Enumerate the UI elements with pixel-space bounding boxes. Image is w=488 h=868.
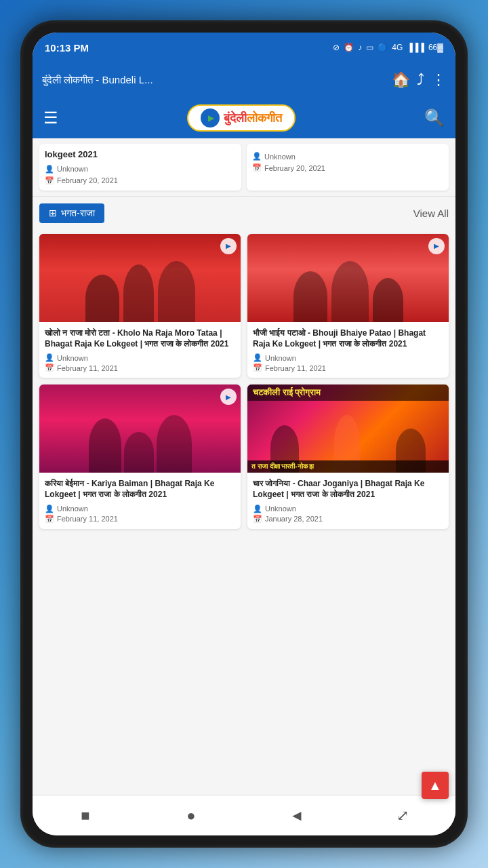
battery-icon: 66▓	[428, 43, 443, 52]
calendar-icon: 📅	[45, 176, 54, 185]
card-1-date: 📅 February 11, 2021	[45, 363, 235, 372]
card-1-title: खोलो न राजा मोरो टता - Kholo Na Raja Mor…	[45, 328, 235, 349]
card-4-author: 👤 Unknown	[253, 505, 443, 513]
cards-grid: ▶ खोलो न राजा मोरो टता - Kholo Na Raja M…	[33, 230, 455, 536]
card-4-body: चार जोगनिया - Chaar Joganiya | Bhagat Ra…	[247, 473, 449, 528]
nav-stop-button[interactable]: ■	[71, 802, 100, 830]
card-2-date: 📅 February 11, 2021	[253, 363, 443, 372]
tiktok-icon: ♪	[358, 43, 362, 52]
view-all-button[interactable]: View All	[413, 208, 449, 219]
card-3-footer: 👤 Unknown 📅 February 11, 2021	[45, 505, 235, 524]
top-cards-row: lokgeet 2021 👤 Unknown 📅 February 20, 20…	[33, 138, 455, 196]
phone-frame: 10:13 PM ⊘ ⏰ ♪ ▭ 🔵 4G ▐▐▐ 66▓ बुंदेली लो…	[20, 20, 468, 848]
overlay-top-text: चटकीली राई प्रोग्राम	[247, 384, 449, 401]
card-3-title: करिया बेईमान - Kariya Baiman | Bhagat Ra…	[45, 478, 235, 500]
card-1-image: ▶	[39, 234, 241, 322]
nav-menu-button[interactable]: ⤢	[388, 802, 417, 830]
card-1-footer: 👤 Unknown 📅 February 11, 2021	[45, 353, 235, 372]
browser-bar: बुंदेली लोकगीत - Bundeli L... 🏠 ⤴ ⋮	[33, 62, 455, 98]
alarm-icon: ⏰	[344, 43, 354, 52]
phone-screen: 10:13 PM ⊘ ⏰ ♪ ▭ 🔵 4G ▐▐▐ 66▓ बुंदेली लो…	[33, 33, 455, 835]
hamburger-menu-icon[interactable]: ☰	[43, 108, 58, 127]
status-time: 10:13 PM	[45, 42, 89, 54]
screen-icon: ▭	[366, 43, 373, 52]
card-1-body: खोलो न राजा मोरो टता - Kholo Na Raja Mor…	[39, 322, 241, 378]
person-icon: 👤	[45, 353, 54, 362]
card-2-body: भौजी भाईय पटाओ - Bhouji Bhaiye Patao | B…	[247, 322, 449, 378]
cal-icon-4: 📅	[253, 515, 262, 524]
person-icon-3: 👤	[45, 505, 54, 513]
card-2-footer: 👤 Unknown 📅 February 11, 2021	[253, 353, 443, 372]
card-1-badge: ▶	[220, 238, 237, 254]
logo-container: बुंदेलीलोकगीत	[66, 104, 416, 132]
list-item[interactable]: चटकीली राई प्रोग्राम त राजा दीक्षा भारती…	[247, 384, 449, 528]
browser-url: बुंदेली लोकगीत - Bundeli L...	[42, 74, 385, 86]
card-3-body: करिया बेईमान - Kariya Baiman | Bhagat Ra…	[39, 473, 241, 528]
section-tag-label: भगत-राजा	[61, 208, 95, 219]
top-card-1-title: lokgeet 2021	[45, 149, 236, 161]
do-not-disturb-icon: ⊘	[333, 43, 340, 52]
nav-home-button[interactable]: ●	[177, 802, 205, 830]
card-4-date: 📅 January 28, 2021	[253, 515, 443, 524]
share-icon[interactable]: ⤴	[417, 71, 424, 89]
top-card-2-date: 📅 February 20, 2021	[252, 163, 443, 172]
app-header: ☰ बुंदेलीलोकगीत 🔍	[33, 98, 455, 138]
card-4-title: चार जोगनिया - Chaar Joganiya | Bhagat Ra…	[253, 478, 443, 500]
grid-icon: ⊞	[49, 208, 57, 218]
calendar-icon-2: 📅	[252, 163, 262, 172]
cal-icon: 📅	[45, 363, 54, 372]
top-card-1-date: 📅 February 20, 2021	[45, 176, 236, 185]
section-header: ⊞ भगत-राजा View All	[33, 196, 455, 230]
list-item[interactable]: ▶ करिया बेईमान - Kariya Baiman | Bhagat …	[39, 384, 241, 528]
card-3-image: ▶	[39, 384, 241, 473]
card-2-author: 👤 Unknown	[253, 353, 443, 362]
top-card-2-author: 👤 Unknown	[252, 152, 443, 161]
status-icons: ⊘ ⏰ ♪ ▭ 🔵 4G ▐▐▐ 66▓	[333, 43, 443, 52]
list-item[interactable]: ▶ भौजी भाईय पटाओ - Bhouji Bhaiye Patao |…	[247, 234, 449, 378]
home-icon[interactable]: 🏠	[392, 71, 410, 89]
person-icon-4: 👤	[253, 505, 262, 513]
author-icon: 👤	[45, 165, 54, 174]
card-3-date: 📅 February 11, 2021	[45, 515, 235, 524]
logo-lokgeet-text: लोकगीत	[247, 111, 282, 125]
card-1-author: 👤 Unknown	[45, 353, 235, 362]
signal-bars-icon: ▐▐▐	[407, 43, 424, 52]
card-4-footer: 👤 Unknown 📅 January 28, 2021	[253, 505, 443, 524]
card-2-title: भौजी भाईय पटाओ - Bhouji Bhaiye Patao | B…	[253, 328, 443, 349]
section-tag: ⊞ भगत-राजा	[39, 203, 104, 223]
bottom-nav: ■ ● ◄ ⤢	[33, 795, 455, 835]
top-card-1-author: 👤 Unknown	[45, 165, 236, 174]
app-logo: बुंदेलीलोकगीत	[187, 104, 296, 132]
card-4-image: चटकीली राई प्रोग्राम त राजा दीक्षा भारती…	[247, 384, 449, 473]
person-icon-2: 👤	[253, 353, 262, 362]
card-3-author: 👤 Unknown	[45, 505, 235, 513]
card-2-image: ▶	[247, 234, 449, 322]
bluetooth-icon: 🔵	[378, 43, 388, 52]
logo-bundeli-text: बुंदेली	[224, 111, 247, 125]
search-button[interactable]: 🔍	[424, 108, 445, 127]
card-2-badge: ▶	[428, 238, 445, 254]
list-item[interactable]: ▶ खोलो न राजा मोरो टता - Kholo Na Raja M…	[39, 234, 241, 378]
overlay-bottom-text: त राजा दीक्षा भारती-नोक झ	[247, 460, 449, 473]
author-icon-2: 👤	[252, 152, 262, 161]
cal-icon-3: 📅	[45, 515, 54, 524]
scroll-to-top-button[interactable]: ▲	[422, 772, 449, 799]
signal-icon: 4G	[392, 43, 403, 52]
cal-icon-2: 📅	[253, 363, 262, 372]
top-card-1[interactable]: lokgeet 2021 👤 Unknown 📅 February 20, 20…	[39, 144, 241, 191]
nav-back-button[interactable]: ◄	[283, 802, 311, 830]
top-card-2[interactable]: 👤 Unknown 📅 February 20, 2021	[247, 144, 449, 191]
status-bar: 10:13 PM ⊘ ⏰ ♪ ▭ 🔵 4G ▐▐▐ 66▓	[33, 33, 455, 62]
more-options-icon[interactable]: ⋮	[431, 71, 446, 89]
play-icon	[201, 108, 220, 127]
main-content: lokgeet 2021 👤 Unknown 📅 February 20, 20…	[33, 138, 455, 795]
up-arrow-icon: ▲	[428, 778, 442, 793]
